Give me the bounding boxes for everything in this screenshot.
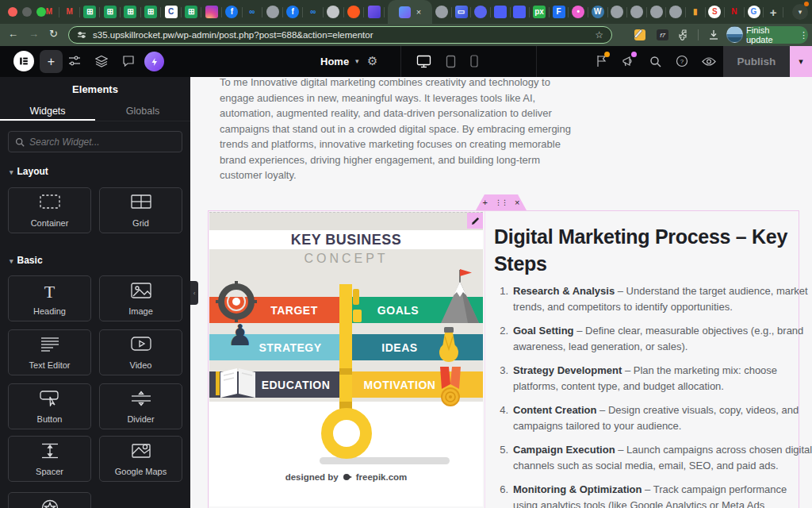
widget-card-spacer[interactable]: Spacer — [8, 436, 91, 482]
widget-card-container[interactable]: Container — [8, 187, 91, 233]
device-desktop-icon[interactable] — [416, 53, 431, 69]
profile-avatar[interactable] — [726, 26, 743, 43]
list-item[interactable]: 2.Goal Setting – Define clear, measurabl… — [494, 323, 812, 355]
tab-app-blue[interactable] — [513, 6, 533, 18]
widget-card-heading[interactable]: T Heading — [8, 275, 91, 321]
preview-eye-icon[interactable] — [701, 53, 717, 69]
tab-globe[interactable] — [611, 6, 630, 18]
list-item[interactable]: 5.Campaign Execution – Launch campaigns … — [494, 442, 812, 474]
tab-disc-app[interactable] — [474, 6, 494, 18]
macos-close-button[interactable] — [8, 7, 17, 17]
site-settings-icon[interactable] — [77, 30, 86, 40]
elementor-ai-icon[interactable] — [144, 52, 164, 71]
tab-sheets[interactable]: ⊞ — [104, 6, 124, 18]
tab-globe[interactable] — [630, 6, 650, 18]
widget-card-icon[interactable] — [8, 492, 91, 508]
tab-semrush[interactable]: S — [708, 6, 728, 18]
drag-handle-icon[interactable]: ⋮⋮ — [495, 199, 508, 206]
widget-search[interactable] — [8, 131, 182, 152]
active-browser-tab[interactable]: × — [388, 0, 432, 24]
steps-heading-widget[interactable]: Digital Marketing Process – Key Steps — [494, 223, 811, 277]
tab-wordpress[interactable]: W — [592, 6, 611, 18]
macos-minimize-button[interactable] — [22, 7, 32, 17]
document-switcher[interactable]: Home — [320, 56, 349, 67]
help-icon[interactable]: ? — [674, 53, 690, 69]
tab-sphere[interactable] — [327, 6, 347, 18]
widget-card-google-maps[interactable]: Google Maps — [99, 436, 182, 482]
widget-card-grid[interactable]: Grid — [99, 187, 182, 233]
steps-list-widget[interactable]: 1.Research & Analysis – Understand the t… — [494, 283, 812, 508]
reload-icon[interactable]: ↻ — [49, 29, 58, 39]
tab-netflix[interactable]: N — [728, 6, 748, 18]
tab-facebook[interactable]: f — [225, 6, 246, 18]
tab-instagram[interactable] — [205, 6, 226, 18]
tab-globe[interactable] — [435, 6, 455, 18]
image-widget-key-business-concept[interactable]: KEY BUSINESS CONCEPT TARGET GOALS STRATE… — [209, 212, 483, 506]
download-icon[interactable] — [708, 29, 719, 44]
tab-gmail[interactable]: M — [43, 6, 63, 18]
tab-app-blue[interactable] — [494, 6, 514, 18]
tab-meta[interactable]: ∞ — [307, 6, 327, 18]
device-tablet-icon[interactable] — [442, 53, 458, 69]
finish-update-button[interactable]: Finish update ⋮ — [746, 26, 808, 44]
extensions-puzzle-icon[interactable] — [679, 29, 690, 44]
tab-globe[interactable] — [266, 6, 287, 18]
tab-overflow-chevron-icon[interactable]: ▾ — [792, 4, 808, 20]
edit-image-pencil-icon[interactable] — [467, 213, 483, 229]
tab-sheets[interactable]: ⊞ — [83, 6, 104, 18]
back-icon[interactable]: ← — [8, 29, 18, 39]
tab-app-purple[interactable] — [368, 6, 389, 18]
search-input[interactable] — [29, 137, 175, 148]
widget-card-text-editor[interactable]: Text Editor — [8, 329, 91, 375]
add-element-button[interactable]: + — [40, 50, 63, 73]
widget-card-video[interactable]: Video — [99, 329, 182, 375]
tab-pixlr[interactable]: px — [533, 6, 553, 18]
forward-icon[interactable]: → — [29, 29, 39, 39]
close-tab-icon[interactable]: × — [416, 8, 421, 17]
bookmark-star-icon[interactable]: ☆ — [595, 29, 603, 40]
add-section-icon[interactable]: + — [483, 198, 488, 207]
tab-gmail[interactable]: M — [63, 6, 84, 18]
list-item[interactable]: 3.Strategy Development – Plan the market… — [494, 363, 812, 394]
structure-layers-icon[interactable] — [94, 53, 109, 69]
page-settings-gear-icon[interactable]: ⚙ — [367, 54, 377, 68]
tab-google[interactable]: G — [748, 6, 768, 18]
section-layout[interactable]: ▾Layout — [10, 166, 48, 177]
extension-f7-icon[interactable]: f7 — [657, 29, 668, 40]
tab-screen-app[interactable]: ▭ — [455, 6, 475, 18]
publish-options-chevron[interactable]: ▾ — [790, 46, 812, 77]
tab-sheets[interactable]: ⊞ — [185, 6, 205, 18]
site-settings-sliders-icon[interactable] — [67, 53, 82, 69]
tab-c-app[interactable]: C — [165, 6, 186, 18]
tab-sheets[interactable]: ⊞ — [124, 6, 144, 18]
extension-pen-icon[interactable] — [634, 29, 645, 40]
tab-globals[interactable]: Globals — [95, 102, 190, 121]
widget-card-divider[interactable]: Divider — [99, 383, 182, 429]
section-basic[interactable]: ▾Basic — [10, 255, 43, 266]
tab-globe[interactable] — [669, 6, 689, 18]
tab-doc[interactable]: ▮ — [689, 6, 709, 18]
finder-search-icon[interactable] — [647, 53, 663, 69]
elementor-logo[interactable] — [13, 51, 34, 71]
notes-comment-icon[interactable] — [121, 53, 136, 69]
tab-flower[interactable]: • — [572, 6, 592, 18]
widget-card-button[interactable]: Button — [8, 383, 91, 429]
list-item[interactable]: 4.Content Creation – Design creative vis… — [494, 402, 812, 434]
publish-button[interactable]: Publish — [723, 46, 790, 77]
tab-facebook[interactable]: f — [286, 6, 307, 18]
device-mobile-icon[interactable] — [466, 53, 482, 69]
delete-section-icon[interactable]: × — [515, 198, 519, 207]
address-bar[interactable]: s35.upskillrocket.pw/wp-admin/post.php?p… — [68, 26, 612, 44]
tab-new[interactable]: + — [767, 6, 787, 18]
tab-f-app[interactable]: F — [553, 6, 573, 18]
list-item[interactable]: 6.Monitoring & Optimization – Track camp… — [494, 482, 812, 508]
tab-widgets[interactable]: Widgets — [0, 102, 95, 121]
tab-sheets[interactable]: ⊞ — [144, 6, 165, 18]
section-handle[interactable]: + ⋮⋮ × — [476, 194, 527, 210]
tab-globe[interactable] — [650, 6, 670, 18]
widget-card-image[interactable]: Image — [99, 275, 182, 321]
browser-menu-kebab-icon[interactable]: ⋮ — [799, 30, 808, 40]
document-switcher-chevron-icon[interactable]: ▾ — [355, 57, 359, 65]
list-item[interactable]: 1.Research & Analysis – Understand the t… — [494, 283, 812, 315]
panel-collapse-handle[interactable]: ‹ — [190, 281, 198, 305]
